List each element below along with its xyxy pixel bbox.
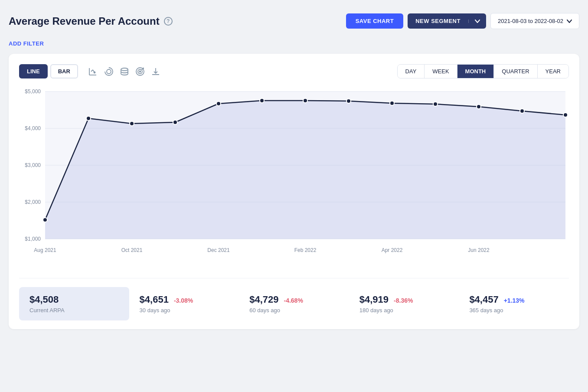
svg-point-27 — [216, 101, 221, 106]
chart-card: LINE BAR — [9, 54, 579, 329]
svg-point-25 — [130, 121, 134, 126]
chart-controls: LINE BAR — [19, 64, 569, 78]
svg-point-7 — [121, 68, 128, 71]
chart-area: $5,000 $4,000 $3,000 $2,000 $1,000 — [19, 87, 569, 269]
line-chart-button[interactable]: LINE — [19, 64, 48, 78]
svg-text:Feb 2022: Feb 2022 — [294, 247, 317, 253]
header: Average Revenue Per Account ? SAVE CHART… — [9, 9, 579, 33]
title-area: Average Revenue Per Account ? — [9, 15, 173, 27]
year-button[interactable]: YEAR — [538, 65, 568, 78]
axes-icon[interactable] — [88, 66, 98, 77]
stat-change-30: -3.08% — [174, 297, 193, 304]
svg-point-32 — [433, 102, 438, 106]
download-icon[interactable] — [151, 67, 160, 76]
stat-current-arpa: $4,508 Current ARPA — [19, 287, 129, 320]
stat-180-days: $4,919 -8.36% 180 days ago — [349, 287, 459, 320]
svg-point-26 — [173, 120, 177, 124]
header-actions: SAVE CHART NEW SEGMENT 2021-08-03 to 202… — [346, 13, 579, 29]
stat-30-days: $4,651 -3.08% 30 days ago — [129, 287, 239, 320]
svg-text:$3,000: $3,000 — [25, 162, 41, 168]
svg-point-6 — [107, 69, 111, 74]
new-segment-button[interactable]: NEW SEGMENT — [408, 13, 486, 29]
stat-label-365: 365 days ago — [469, 307, 559, 314]
stat-change-180: -8.36% — [394, 297, 413, 304]
save-chart-button[interactable]: SAVE CHART — [346, 13, 404, 29]
svg-text:Dec 2021: Dec 2021 — [207, 247, 230, 253]
stack-icon[interactable] — [120, 67, 129, 76]
svg-text:$2,000: $2,000 — [25, 199, 41, 205]
date-range-text: 2021-08-03 to 2022-08-02 — [498, 18, 563, 24]
stat-value-row-60: $4,729 -4.68% — [249, 294, 339, 307]
svg-point-33 — [477, 105, 481, 109]
stat-value-row-30: $4,651 -3.08% — [140, 294, 229, 307]
stat-value-30: $4,651 — [140, 294, 169, 305]
svg-point-23 — [43, 218, 47, 222]
new-segment-label: NEW SEGMENT — [408, 18, 468, 24]
svg-text:$5,000: $5,000 — [25, 88, 41, 95]
svg-text:Aug 2021: Aug 2021 — [34, 247, 56, 253]
date-range-button[interactable]: 2021-08-03 to 2022-08-02 — [490, 13, 579, 29]
svg-text:Apr 2022: Apr 2022 — [382, 247, 403, 253]
svg-point-31 — [390, 101, 394, 105]
svg-point-10 — [139, 71, 140, 72]
svg-point-5 — [105, 68, 113, 75]
svg-point-34 — [520, 109, 524, 113]
svg-text:Jun 2022: Jun 2022 — [468, 247, 490, 253]
donut-icon[interactable] — [104, 67, 114, 76]
chevron-down-icon — [475, 20, 480, 23]
page-title: Average Revenue Per Account — [9, 15, 160, 27]
stat-label-current: Current ARPA — [29, 307, 119, 314]
day-button[interactable]: DAY — [398, 65, 425, 78]
stat-value-current: $4,508 — [29, 294, 119, 305]
month-button[interactable]: MONTH — [457, 65, 494, 78]
chart-icons — [88, 66, 160, 77]
stat-label-30: 30 days ago — [140, 307, 229, 314]
add-filter-button[interactable]: ADD FILTER — [9, 40, 579, 47]
svg-point-28 — [260, 98, 264, 103]
quarter-button[interactable]: QUARTER — [494, 65, 537, 78]
stat-label-180: 180 days ago — [359, 307, 449, 314]
stat-label-60: 60 days ago — [249, 307, 339, 314]
chart-type-group: LINE BAR — [19, 64, 160, 78]
svg-point-30 — [346, 99, 351, 103]
chevron-down-icon — [567, 20, 572, 23]
line-chart-svg: $5,000 $4,000 $3,000 $2,000 $1,000 — [19, 87, 569, 269]
stat-change-60: -4.68% — [284, 297, 303, 304]
stat-value-60: $4,729 — [249, 294, 278, 305]
svg-point-29 — [303, 98, 307, 103]
svg-point-35 — [563, 113, 568, 117]
stat-value-180: $4,919 — [359, 294, 389, 305]
svg-text:Oct 2021: Oct 2021 — [121, 247, 143, 253]
stat-value-row-365: $4,457 +1.13% — [469, 294, 559, 307]
segment-dropdown-arrow[interactable] — [468, 20, 486, 23]
help-icon[interactable]: ? — [164, 17, 173, 26]
target-icon[interactable] — [135, 67, 145, 76]
bar-chart-button[interactable]: BAR — [50, 64, 78, 78]
svg-text:$4,000: $4,000 — [25, 125, 41, 131]
stat-value-row-180: $4,919 -8.36% — [359, 294, 449, 307]
stat-value-365: $4,457 — [469, 294, 498, 305]
stat-60-days: $4,729 -4.68% 60 days ago — [239, 287, 349, 320]
svg-text:$1,000: $1,000 — [25, 236, 41, 242]
time-period-group: DAY WEEK MONTH QUARTER YEAR — [397, 64, 569, 78]
stats-row: $4,508 Current ARPA $4,651 -3.08% 30 day… — [19, 278, 569, 320]
stat-365-days: $4,457 +1.13% 365 days ago — [459, 287, 569, 320]
stat-change-365: +1.13% — [504, 297, 525, 304]
week-button[interactable]: WEEK — [425, 65, 457, 78]
svg-point-24 — [86, 116, 91, 121]
page-wrapper: Average Revenue Per Account ? SAVE CHART… — [9, 9, 579, 329]
svg-point-4 — [94, 72, 95, 73]
